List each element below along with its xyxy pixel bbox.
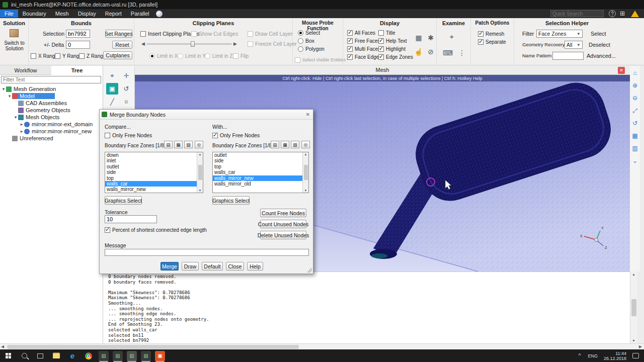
slider-track[interactable] (146, 43, 232, 45)
set-ranges-button[interactable]: Set Ranges (105, 30, 132, 38)
highlight-box[interactable] (378, 46, 384, 52)
with-only-free-nodes-checkbox[interactable]: Only Free Nodes (212, 132, 260, 139)
list-item[interactable]: down (105, 152, 203, 158)
limit-in-x-radio[interactable]: Limit in X (149, 52, 178, 59)
list-item[interactable]: outlet (213, 152, 308, 158)
horizontal-scrollbar[interactable]: ◀ ▶ (0, 343, 644, 349)
compare-only-free-nodes-checkbox[interactable]: Only Free Nodes (105, 132, 152, 139)
zoom-out-icon[interactable]: ⊖ (630, 93, 639, 104)
menu-mesh[interactable]: Mesh (51, 10, 73, 18)
zone-filter-icon[interactable]: ▧ (184, 141, 193, 148)
taskbar-app-icon[interactable]: ▧ (113, 351, 123, 361)
slider-thumb[interactable] (191, 41, 195, 47)
slider-right-arrow-icon[interactable]: ▶ (233, 41, 237, 46)
taskbar-search-icon[interactable] (18, 350, 30, 362)
taskbar-app-orange-icon[interactable]: ▣ (155, 351, 165, 361)
list-item[interactable]: top (213, 164, 308, 169)
switch-to-solution-label[interactable]: Switch to Solution (0, 40, 29, 51)
close-mesh-tab-icon[interactable]: ✕ (618, 67, 625, 74)
scroll-thumb[interactable] (631, 299, 636, 316)
scroll-down-icon[interactable]: ▼ (199, 189, 202, 192)
clip-plane-slider[interactable]: ◀ ▶ (141, 41, 237, 46)
tree-filter-input[interactable] (1, 76, 101, 83)
list-item[interactable]: inlet (105, 158, 203, 163)
clock[interactable]: 11:44 26.12.2018 (604, 351, 626, 361)
expander-icon[interactable]: ▸ (19, 122, 24, 127)
remesh-checkbox[interactable]: Remesh (478, 30, 504, 37)
filter-dropdown[interactable]: Face Zones▼ (536, 30, 583, 38)
quick-search-input[interactable] (550, 10, 604, 17)
highlight-checkbox[interactable]: Highlight (378, 45, 406, 52)
menu-boundary[interactable]: Boundary (18, 10, 51, 18)
freeze-cell-layer-checkbox[interactable]: Freeze Cell Layer (248, 40, 297, 47)
grid-view-icon[interactable]: ▦ (630, 130, 639, 141)
percent-edge-box[interactable] (105, 227, 110, 233)
collapse-dock-icon[interactable]: ⌄ (630, 155, 639, 166)
probe-box-dot[interactable] (298, 38, 303, 44)
tool-grid-icon[interactable]: ⌗ (120, 96, 132, 108)
limit-z-dot[interactable] (205, 53, 210, 59)
tree-item-geometry-objects[interactable]: Geometry Objects (0, 107, 103, 114)
edge-zones-box[interactable] (378, 54, 384, 60)
remesh-box[interactable] (478, 31, 484, 37)
console-scrollbar[interactable]: ▲ ▼ (630, 272, 637, 343)
list-item[interactable]: walls_car (213, 169, 308, 175)
rotate-view-icon[interactable]: ↺ (630, 118, 639, 129)
free-faces-checkbox[interactable]: Free Faces (347, 37, 380, 44)
hide-view-icon[interactable]: ⊘ (425, 46, 437, 57)
hscroll-thumb[interactable] (7, 345, 299, 349)
flip-box[interactable] (233, 53, 238, 59)
flip-checkbox[interactable]: Flip (233, 52, 249, 59)
help-icon[interactable]: ? (609, 10, 616, 17)
select-visible-box[interactable] (295, 57, 300, 63)
language-indicator[interactable]: ENG (588, 353, 598, 358)
tree-item-mirror-ext-domain[interactable]: ▸mirror:mirror-ext_domain (0, 121, 103, 128)
fit-view-icon[interactable]: ⤢ (630, 105, 639, 116)
merge-boundary-nodes-dialog[interactable]: Merge Boundary Nodes ✕ Compare... With..… (99, 109, 313, 274)
zone-filter-icon[interactable]: ▦ (174, 141, 183, 148)
keyboard-icon[interactable]: ⌨ (442, 47, 454, 58)
ansys-ball-icon[interactable] (156, 11, 163, 17)
merge-button[interactable]: Merge (160, 262, 179, 270)
list-item[interactable]: walls_mirror_old (213, 181, 308, 187)
limit-in-z-radio[interactable]: Limit in Z (205, 52, 233, 59)
dialog-resize-grip[interactable] (307, 267, 312, 273)
probe-box-radio[interactable]: Box (298, 37, 314, 44)
zone-filter-icon[interactable]: ▧ (291, 141, 299, 148)
scroll-right-icon[interactable]: ▶ (639, 344, 642, 349)
expander-icon[interactable]: ▾ (7, 94, 12, 99)
zone-filter-icon[interactable]: ▤ (271, 141, 279, 148)
grid-menu-icon[interactable]: ⊞ (620, 10, 625, 17)
view-home-icon[interactable]: ⌂ (630, 67, 639, 78)
zone-filter-icon[interactable]: ▦ (281, 141, 289, 148)
help-text-box[interactable] (378, 38, 384, 44)
x-range-box[interactable] (31, 53, 36, 59)
x-range-checkbox[interactable]: X Range (31, 52, 58, 59)
with-zones-listbox[interactable]: outlet side top walls_car walls_mirror_n… (212, 152, 309, 193)
title-box[interactable] (378, 30, 384, 36)
taskbar-app-fluent-active[interactable]: ▧ (127, 351, 137, 361)
separate-checkbox[interactable]: Separate (478, 38, 506, 45)
tab-tree[interactable]: Tree (51, 66, 103, 75)
menu-display[interactable]: Display (73, 10, 101, 18)
all-faces-box[interactable] (347, 30, 353, 36)
tool-line-icon[interactable]: ╱ (106, 96, 118, 108)
close-dialog-icon[interactable]: ✕ (306, 112, 310, 117)
draw-button[interactable]: Draw (182, 262, 199, 270)
tolerance-input[interactable] (105, 215, 157, 223)
menu-file[interactable]: File (0, 10, 18, 18)
file-explorer-icon[interactable] (50, 350, 62, 362)
multi-faces-box[interactable] (347, 46, 353, 52)
tree-item-mesh-generation[interactable]: ▾Mesh Generation (0, 85, 103, 93)
probe-point-icon[interactable]: ⌖ (446, 31, 458, 42)
list-item[interactable]: outlet (105, 164, 203, 169)
chrome-browser-icon[interactable] (83, 350, 95, 362)
slider-left-arrow-icon[interactable]: ◀ (141, 41, 145, 46)
all-faces-checkbox[interactable]: All Faces (347, 29, 375, 36)
selection-input[interactable] (66, 30, 90, 38)
cutplanes-button[interactable]: Cutplanes (103, 51, 132, 59)
probe-select-radio[interactable]: Select (298, 29, 320, 36)
draw-cell-layer-checkbox[interactable]: Draw Cell Layer (248, 30, 293, 37)
tree-item-mesh-objects[interactable]: ▾Mesh Objects (0, 114, 103, 121)
separate-box[interactable] (478, 39, 484, 45)
